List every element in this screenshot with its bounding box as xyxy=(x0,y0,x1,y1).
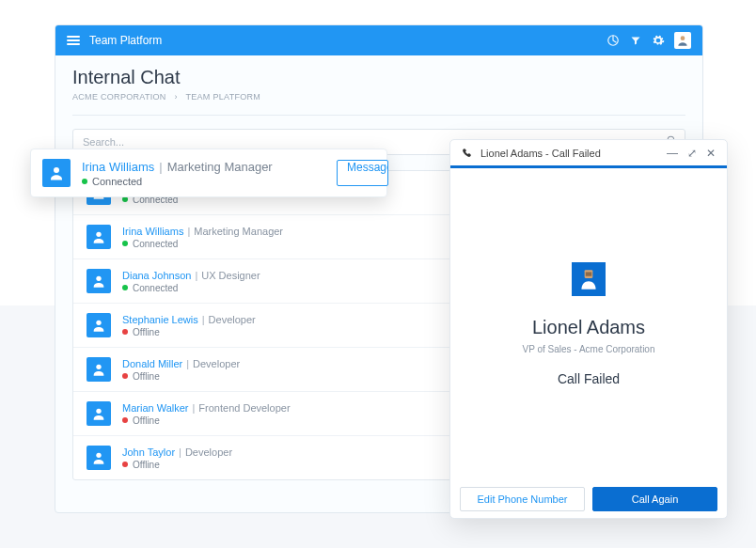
call-footer: Edit Phone Number Call Again xyxy=(450,480,727,518)
hamburger-icon[interactable] xyxy=(67,36,80,45)
avatar xyxy=(87,357,111,382)
call-avatar xyxy=(572,262,606,296)
call-contact-sub: VP of Sales - Acme Corporation xyxy=(523,344,655,354)
gear-icon[interactable] xyxy=(652,34,665,47)
call-header-title: Lionel Adams - Call Failed xyxy=(480,148,601,159)
app-title: Team Platform xyxy=(89,34,162,47)
contact-role: Developer xyxy=(209,314,256,325)
contact-role: Frontend Developer xyxy=(198,402,290,414)
call-contact-name: Lionel Adams xyxy=(532,317,645,338)
topbar-actions xyxy=(606,32,691,49)
status-dot-icon xyxy=(122,329,128,335)
status-dot-icon xyxy=(122,417,128,423)
svg-point-1 xyxy=(681,36,685,40)
status-dot-icon xyxy=(82,179,87,184)
contact-name[interactable]: Stephanie Lewis xyxy=(122,314,198,325)
call-panel: Lionel Adams - Call Failed — ⤢ ✕ Lionel … xyxy=(449,139,728,519)
avatar xyxy=(87,269,111,293)
contact-name[interactable]: Diana Johnson xyxy=(122,270,191,281)
chart-icon[interactable] xyxy=(606,34,620,47)
status-dot-icon xyxy=(122,241,128,246)
contact-role: Marketing Manager xyxy=(194,226,283,237)
svg-point-11 xyxy=(54,167,59,173)
avatar xyxy=(87,313,111,337)
user-avatar[interactable] xyxy=(674,32,691,49)
call-status: Call Failed xyxy=(558,371,620,386)
contact-role: Developer xyxy=(193,358,240,369)
contact-name[interactable]: Marian Walker xyxy=(122,402,189,414)
contact-name[interactable]: Irina Williams xyxy=(82,160,154,174)
chevron-right-icon: › xyxy=(174,92,177,102)
svg-point-9 xyxy=(96,409,101,414)
contact-role: Marketing Manager xyxy=(167,160,273,174)
svg-rect-13 xyxy=(586,272,592,275)
edit-phone-button[interactable]: Edit Phone Number xyxy=(460,487,585,511)
avatar xyxy=(42,159,71,187)
close-icon[interactable]: ✕ xyxy=(706,148,716,159)
svg-point-7 xyxy=(96,321,101,325)
call-body: Lionel Adams VP of Sales - Acme Corporat… xyxy=(450,168,727,480)
svg-point-8 xyxy=(96,365,101,369)
contact-popover: Irina Williams|Marketing Manager Connect… xyxy=(30,149,387,197)
divider xyxy=(72,115,685,116)
filter-icon[interactable] xyxy=(629,34,642,47)
page-header: Internal Chat ACME CORPORATION › TEAM PL… xyxy=(55,55,702,107)
contact-role: UX Designer xyxy=(201,270,260,281)
svg-point-6 xyxy=(96,276,101,281)
svg-point-10 xyxy=(96,453,101,458)
contact-name[interactable]: Irina Williams xyxy=(122,226,183,237)
breadcrumb-item[interactable]: TEAM PLATFORM xyxy=(185,92,260,102)
avatar xyxy=(87,401,111,426)
status-dot-icon xyxy=(122,285,128,290)
status-line: Connected xyxy=(82,176,323,187)
contact-name[interactable]: Donald Miller xyxy=(122,358,182,369)
contact-role: Developer xyxy=(185,446,232,458)
phone-icon xyxy=(462,148,473,159)
call-header: Lionel Adams - Call Failed — ⤢ ✕ xyxy=(450,140,727,168)
call-again-button[interactable]: Call Again xyxy=(592,487,717,511)
avatar xyxy=(87,446,111,470)
topbar: Team Platform xyxy=(55,25,702,55)
avatar xyxy=(87,225,111,249)
message-button[interactable]: Message xyxy=(337,160,388,186)
svg-point-5 xyxy=(96,232,101,237)
breadcrumb-item[interactable]: ACME CORPORATION xyxy=(72,92,166,102)
status-dot-icon xyxy=(122,373,128,379)
popover-name-line: Irina Williams|Marketing Manager xyxy=(82,160,323,174)
contact-name[interactable]: John Taylor xyxy=(122,446,175,458)
status-dot-icon xyxy=(122,462,128,467)
minimize-icon[interactable]: — xyxy=(667,148,678,159)
page-title: Internal Chat xyxy=(72,67,685,88)
breadcrumb: ACME CORPORATION › TEAM PLATFORM xyxy=(72,92,685,102)
expand-icon[interactable]: ⤢ xyxy=(687,148,697,159)
